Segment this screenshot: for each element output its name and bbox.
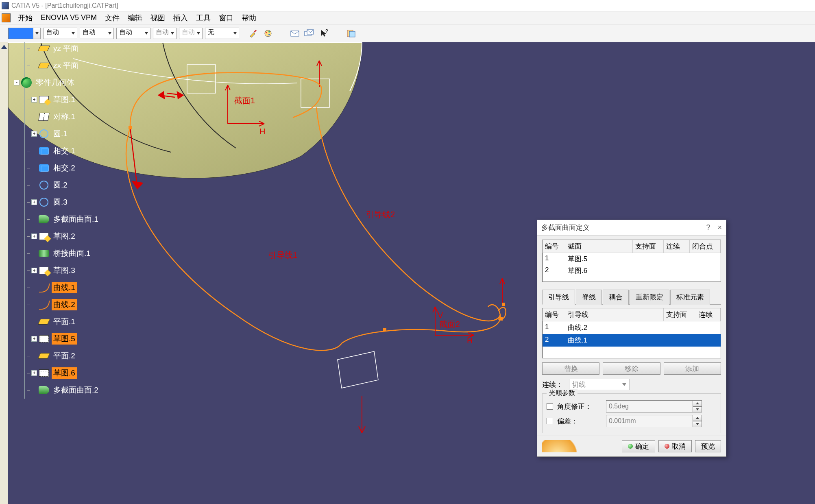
list-row[interactable]: 2曲线.1 — [543, 334, 721, 347]
list-row[interactable]: 2草图.6 — [543, 265, 721, 277]
catalog-icon[interactable] — [345, 27, 357, 39]
combo-none[interactable]: 无 — [205, 28, 239, 39]
continuity-select[interactable]: 切线 — [569, 379, 630, 390]
angle-checkbox[interactable] — [547, 403, 553, 410]
ok-button[interactable]: 确定 — [622, 440, 655, 452]
dialog-close-icon[interactable]: × — [717, 223, 722, 232]
circ-icon — [39, 180, 49, 190]
combo-auto-1[interactable]: 自动 — [43, 28, 77, 39]
expander-icon[interactable]: + — [31, 131, 37, 137]
menu-insert[interactable]: 插入 — [169, 11, 192, 24]
menu-start[interactable]: 开始 — [14, 11, 37, 24]
replace-button[interactable]: 替换 — [542, 362, 599, 375]
tree-item[interactable]: +草图.2 — [14, 228, 128, 245]
sketch2-icon — [39, 334, 49, 344]
tab-relimit[interactable]: 重新限定 — [630, 290, 669, 305]
tree-item-label: zx 平面 — [52, 60, 80, 71]
mail-icon[interactable] — [289, 27, 301, 39]
tree-item[interactable]: +多截面曲面.2 — [14, 382, 128, 399]
cancel-button[interactable]: 取消 — [658, 440, 692, 452]
left-gutter[interactable] — [0, 42, 8, 504]
tree-item[interactable]: +相交.2 — [14, 159, 128, 177]
tree-item[interactable]: +平面.1 — [14, 313, 128, 330]
menu-enovia[interactable]: ENOVIA V5 VPM — [37, 12, 101, 24]
add-button[interactable]: 添加 — [664, 362, 721, 375]
remove-button[interactable]: 移除 — [603, 362, 660, 375]
stepper-up-icon[interactable] — [693, 400, 702, 406]
tree-item[interactable]: +草图.5 — [14, 330, 128, 347]
expander-icon[interactable]: + — [31, 336, 37, 342]
tree-item[interactable]: +圆.1 — [14, 125, 128, 142]
list-row[interactable]: 1草图.5 — [543, 253, 721, 265]
inter-icon — [39, 146, 49, 156]
deviation-checkbox[interactable] — [547, 418, 553, 424]
dialog-help-icon[interactable]: ? — [706, 223, 710, 232]
tab-guide[interactable]: 引导线 — [542, 290, 575, 305]
brush-icon[interactable] — [247, 27, 259, 39]
tree-item[interactable]: +对称.1 — [14, 108, 128, 125]
tree-item-label: yz 平面 — [52, 43, 80, 54]
tree-item[interactable]: +草图.1 — [14, 91, 128, 108]
combo-auto-3[interactable]: 自动 — [116, 28, 150, 39]
tree-item-label: 多截面曲面.1 — [52, 214, 100, 225]
tree-item[interactable]: +圆.3 — [14, 194, 128, 211]
menu-edit[interactable]: 编辑 — [124, 11, 146, 24]
tab-couple[interactable]: 耦合 — [603, 290, 629, 305]
title-bar: CATIA V5 - [Part1chuifengji.CATPart] — [0, 0, 815, 11]
combo-auto-5[interactable]: 自动 — [179, 28, 203, 39]
menu-file[interactable]: 文件 — [101, 11, 124, 24]
preview-button[interactable]: 预览 — [695, 440, 721, 452]
tree-item[interactable]: -零件几何体 — [14, 74, 128, 91]
tree-item[interactable]: +yz 平面 — [14, 42, 128, 57]
tree-item-label: 平面.1 — [52, 316, 77, 327]
tab-spine[interactable]: 脊线 — [576, 290, 602, 305]
dialog-titlebar[interactable]: 多截面曲面定义 ? × — [537, 220, 726, 236]
tree-item-label: 圆.1 — [52, 128, 69, 140]
tree-item[interactable]: +草图.3 — [14, 262, 128, 279]
tree-item[interactable]: +桥接曲面.1 — [14, 245, 128, 262]
deviation-input[interactable] — [606, 415, 702, 427]
menu-tools[interactable]: 工具 — [192, 11, 215, 24]
menu-bar: 开始 ENOVIA V5 VPM 文件 编辑 视图 插入 工具 窗口 帮助 — [0, 11, 815, 24]
expander-icon[interactable]: + — [31, 268, 37, 273]
stepper-up-icon[interactable] — [693, 415, 702, 421]
color-combo[interactable] — [8, 28, 41, 39]
menu-window[interactable]: 窗口 — [215, 11, 238, 24]
stepper-down-icon[interactable] — [693, 406, 702, 412]
tree-item[interactable]: +曲线.1 — [14, 279, 128, 296]
svg-rect-15 — [502, 303, 505, 306]
menu-view[interactable]: 视图 — [146, 11, 169, 24]
expander-icon[interactable]: + — [31, 370, 37, 376]
spec-tree[interactable]: +yz 平面+zx 平面-零件几何体+草图.1+对称.1+圆.1+相交.1+相交… — [14, 42, 128, 399]
tree-item[interactable]: +相交.1 — [14, 142, 128, 159]
list-row[interactable]: 1曲线.2 — [543, 321, 721, 334]
tab-canon[interactable]: 标准元素 — [670, 290, 710, 305]
tree-item[interactable]: +平面.2 — [14, 347, 128, 364]
pointer-help-icon[interactable]: ? — [318, 27, 330, 39]
loft-icon — [39, 214, 49, 225]
guides-list[interactable]: 编号 引导线 支持面 连续 1曲线.2 2曲线.1 — [542, 308, 721, 358]
multi-sections-dialog: 多截面曲面定义 ? × 编号 截面 支持面 连续 闭合点 1草图.5 2草图 — [537, 220, 726, 457]
tree-item[interactable]: +zx 平面 — [14, 57, 128, 74]
menu-help[interactable]: 帮助 — [238, 11, 260, 24]
expander-icon[interactable]: + — [31, 199, 37, 205]
workbench-icon[interactable] — [2, 13, 11, 22]
led-green-icon — [628, 444, 633, 449]
sections-list[interactable]: 编号 截面 支持面 连续 闭合点 1草图.5 2草图.6 — [542, 240, 721, 282]
expander-icon[interactable]: + — [31, 233, 37, 239]
angle-input[interactable] — [606, 400, 702, 412]
svg-point-2 — [268, 31, 270, 33]
mail-multi-icon[interactable] — [303, 27, 316, 39]
label-section2: 截面2 — [439, 320, 460, 329]
expander-icon[interactable]: - — [14, 80, 20, 85]
expander-icon[interactable]: + — [31, 97, 37, 103]
col-cont: 连续 — [664, 240, 690, 253]
stepper-down-icon[interactable] — [693, 421, 702, 427]
paint-icon[interactable] — [262, 27, 274, 39]
tree-item[interactable]: +曲线.2 — [14, 296, 128, 313]
combo-auto-4[interactable]: 自动 — [153, 28, 177, 39]
tree-item[interactable]: +多截面曲面.1 — [14, 211, 128, 228]
tree-item[interactable]: +圆.2 — [14, 177, 128, 194]
combo-auto-2[interactable]: 自动 — [80, 28, 114, 39]
tree-item[interactable]: +草图.6 — [14, 364, 128, 382]
